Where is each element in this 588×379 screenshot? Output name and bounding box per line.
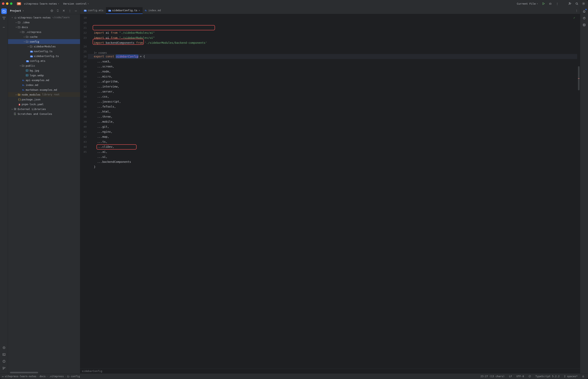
hide-panel-button[interactable]: [61, 8, 66, 13]
breadcrumb-item[interactable]: sidebarConfig: [82, 370, 102, 373]
close-window-button[interactable]: [2, 2, 4, 5]
line-separator[interactable]: LF: [507, 375, 514, 378]
vcs-tool-button[interactable]: [1, 365, 7, 371]
code-line-40[interactable]: ...ts,: [88, 139, 577, 144]
project-tree[interactable]: ▾▢vitepress-learn-notes~/code/learn▸.ide…: [8, 14, 80, 372]
tree-arrow-icon[interactable]: ▸: [15, 94, 18, 96]
usages-hint[interactable]: 1+ usages: [94, 51, 107, 54]
editor-error-stripe[interactable]: [577, 14, 580, 369]
code-area[interactable]: ✓ import ai from "./sidebarModules/ai"im…: [88, 14, 577, 369]
more-tools-button[interactable]: ⋯: [3, 25, 5, 29]
status-crumb[interactable]: vitepress-learn-notes: [5, 375, 36, 378]
tree-arrow-icon[interactable]: ▸: [27, 45, 30, 47]
code-line-24[interactable]: ...vue3,: [88, 59, 577, 64]
editor-breadcrumb[interactable]: sidebarConfig: [80, 369, 580, 373]
tree-arrow-icon[interactable]: ▸: [15, 21, 18, 23]
tree-item-pnpm-lock-yaml[interactable]: Ypnpm-lock.yaml: [8, 102, 80, 107]
terminal-tool-button[interactable]: [1, 352, 7, 357]
status-crumb[interactable]: .vitepress: [49, 375, 64, 378]
close-tab-icon[interactable]: ×: [139, 9, 140, 12]
tree-item-cache[interactable]: ▸cache: [8, 34, 80, 39]
code-with-me-button[interactable]: [568, 1, 572, 6]
readonly-toggle[interactable]: [527, 375, 533, 378]
tree-item-vitepress-learn-notes[interactable]: ▾▢vitepress-learn-notes~/code/learn: [8, 15, 80, 20]
project-dropdown[interactable]: vitepress-learn-notes ▾: [23, 1, 60, 6]
vcs-dropdown[interactable]: Version control ▾: [62, 1, 90, 6]
tree-item--vitepress[interactable]: ▾.vitepress: [8, 30, 80, 34]
run-tool-button[interactable]: [1, 345, 7, 350]
tree-item-config[interactable]: ▾config: [8, 39, 80, 44]
code-line-31[interactable]: ...css,: [88, 94, 577, 99]
indent-settings[interactable]: 2 spaces*: [562, 375, 579, 378]
tree-item-scratches-and-consoles[interactable]: Scratches and Consoles: [8, 111, 80, 116]
code-line-45[interactable]: }: [88, 164, 577, 169]
code-line-44[interactable]: ...backendComponents: [88, 159, 577, 164]
code-line-26[interactable]: ...node,: [88, 69, 577, 74]
tree-arrow-icon[interactable]: ▾: [19, 31, 22, 33]
scrollbar-thumb[interactable]: [10, 372, 38, 373]
code-line-21[interactable]: import backendComponents from './sidebar…: [88, 40, 577, 45]
tree-item--idea[interactable]: ▸.idea: [8, 20, 80, 25]
code-line-20[interactable]: import ui from "./sidebarModules/ui": [88, 35, 577, 40]
project-tool-button[interactable]: [1, 8, 7, 14]
tree-item-index-md[interactable]: M↓index.md: [8, 82, 80, 87]
code-line-37[interactable]: ...git,: [88, 124, 577, 129]
code-line-29[interactable]: ...interview,: [88, 84, 577, 89]
status-crumb[interactable]: docs: [40, 375, 45, 378]
code-line-36[interactable]: ...mobile,: [88, 119, 577, 124]
run-config-dropdown[interactable]: Current File ▾: [515, 1, 539, 6]
code-line-43[interactable]: ...ui,: [88, 154, 577, 159]
tree-arrow-icon[interactable]: ▸: [23, 36, 26, 38]
tree-item-node-modules[interactable]: ▸node_moduleslibrary root: [8, 92, 80, 97]
tree-item-markdown-examples-md[interactable]: M↓markdown-examples.md: [8, 87, 80, 92]
search-everywhere-button[interactable]: [574, 1, 579, 6]
tree-item-sidebarmodules[interactable]: ▸sidebarModules: [8, 44, 80, 49]
tree-item-public[interactable]: ▾public: [8, 63, 80, 68]
code-line-38[interactable]: ...nginx,: [88, 129, 577, 134]
code-line-35[interactable]: ...three,: [88, 114, 577, 119]
tree-arrow-icon[interactable]: ▾: [23, 41, 26, 43]
ai-assistant-button[interactable]: [581, 15, 587, 21]
tree-arrow-icon[interactable]: ▾: [11, 16, 14, 19]
tab-options-button[interactable]: ⋮: [573, 9, 580, 12]
tree-item-config-mts[interactable]: TSconfig.mts: [8, 58, 80, 63]
notifications-button[interactable]: [581, 8, 587, 14]
code-line-23[interactable]: export const sidebarConfig = {: [88, 54, 577, 59]
editor-tab-index-md[interactable]: M↓index.md: [143, 7, 163, 14]
code-line-42[interactable]: ...ai,: [88, 149, 577, 154]
lock-indicator[interactable]: [580, 375, 586, 378]
problems-tool-button[interactable]: [1, 359, 7, 364]
code-line-19[interactable]: import ai from "./sidebarModules/ai": [88, 30, 577, 35]
language-service[interactable]: TypeScript 5.2.2: [534, 375, 561, 378]
inspections-ok-icon[interactable]: ✓: [573, 15, 575, 20]
error-stripe-mark[interactable]: [578, 78, 580, 79]
chevron-down-icon[interactable]: ▾: [23, 10, 24, 12]
code-line-39[interactable]: ...map,: [88, 134, 577, 139]
horizontal-scrollbar[interactable]: [9, 372, 79, 373]
tree-item-sidebarconfig-ts[interactable]: TSsidebarConfig.ts: [8, 54, 80, 58]
structure-tool-button[interactable]: [1, 15, 7, 21]
code-line-32[interactable]: ...javascript,: [88, 99, 577, 104]
tree-arrow-icon[interactable]: ▾: [15, 26, 18, 28]
code-line-28[interactable]: ...algorithm,: [88, 79, 577, 84]
tree-item-external-libraries[interactable]: ▸External Libraries: [8, 107, 80, 111]
tree-item-package-json[interactable]: {}package.json: [8, 97, 80, 102]
more-actions-button[interactable]: ⋮: [555, 1, 559, 6]
tree-item-api-examples-md[interactable]: M↓api-examples.md: [8, 78, 80, 82]
maximize-window-button[interactable]: [10, 2, 13, 5]
panel-options-button[interactable]: ⋮: [68, 8, 72, 13]
tree-item-bg-jpg[interactable]: bg.jpg: [8, 68, 80, 73]
database-tool-button[interactable]: [581, 22, 587, 28]
code-line-25[interactable]: ...screen,: [88, 64, 577, 69]
code-line-30[interactable]: ...server,: [88, 89, 577, 94]
status-breadcrumbs[interactable]: vitepress-learn-notes›docs›.vitepress› c…: [5, 375, 80, 378]
minimize-panel-button[interactable]: —: [74, 8, 78, 13]
code-line-22[interactable]: [88, 45, 577, 50]
file-encoding[interactable]: UTF-8: [515, 375, 526, 378]
tree-item-docs[interactable]: ▾docs: [8, 25, 80, 30]
expand-collapse-button[interactable]: [56, 8, 60, 13]
run-button[interactable]: [541, 1, 546, 6]
code-line-41[interactable]: ...cliDev,: [88, 144, 577, 149]
tree-item-logo-webp[interactable]: logo.webp: [8, 73, 80, 78]
debug-button[interactable]: [548, 1, 553, 6]
